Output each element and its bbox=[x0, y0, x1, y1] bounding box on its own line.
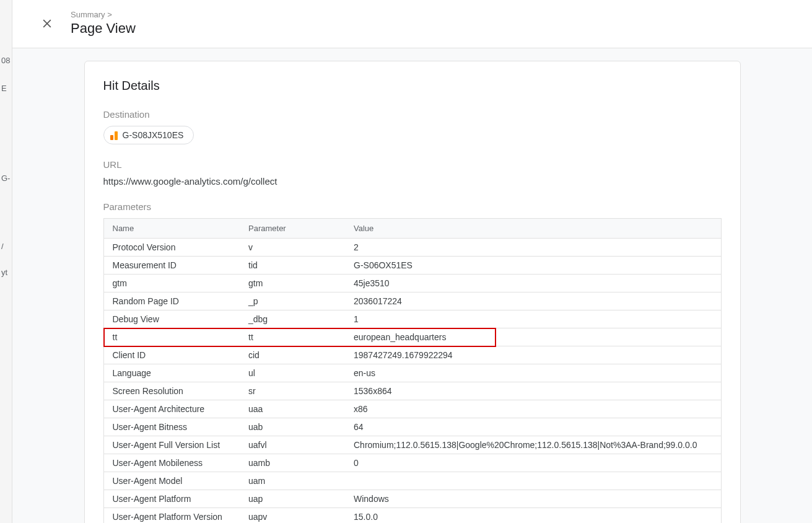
cell-value: x86 bbox=[345, 400, 721, 418]
cell-param: tt bbox=[240, 328, 345, 346]
cell-value bbox=[345, 472, 721, 490]
url-label: URL bbox=[103, 159, 722, 170]
cell-name: User-Agent Architecture bbox=[103, 400, 240, 418]
cell-value: 15.0.0 bbox=[345, 508, 721, 524]
parameters-table: Name Parameter Value Protocol Versionv2M… bbox=[103, 218, 722, 523]
cell-param: _p bbox=[240, 292, 345, 310]
cell-name: User-Agent Bitness bbox=[103, 418, 240, 436]
table-row: User-Agent Bitnessuab64 bbox=[103, 418, 721, 436]
background-panel: 08 E G- / yt bbox=[0, 0, 12, 523]
cell-name: User-Agent Platform Version bbox=[103, 508, 240, 524]
table-row: User-Agent PlatformuapWindows bbox=[103, 490, 721, 508]
cell-value: 45je3510 bbox=[345, 275, 721, 292]
cell-param: ul bbox=[240, 364, 345, 382]
table-row: User-Agent Full Version ListuafvlChromiu… bbox=[103, 436, 721, 454]
cell-value: Chromium;112.0.5615.138|Google%20Chrome;… bbox=[345, 436, 721, 454]
cell-param: _dbg bbox=[240, 310, 345, 328]
table-row: Measurement IDtidG-S06OX51ES bbox=[103, 257, 721, 275]
cell-param: uap bbox=[240, 490, 345, 508]
cell-name: Protocol Version bbox=[103, 239, 240, 257]
parameters-label: Parameters bbox=[103, 201, 722, 212]
cell-value: G-S06OX51ES bbox=[345, 257, 721, 275]
cell-param: tid bbox=[240, 257, 345, 275]
cell-value: 1 bbox=[345, 310, 721, 328]
cell-value: en-us bbox=[345, 364, 721, 382]
cell-name: Measurement ID bbox=[103, 257, 240, 275]
cell-name: Debug View bbox=[103, 310, 240, 328]
cell-name: User-Agent Platform bbox=[103, 490, 240, 508]
cell-param: uapv bbox=[240, 508, 345, 524]
table-row: Languageulen-us bbox=[103, 364, 721, 382]
breadcrumb[interactable]: Summary > bbox=[71, 10, 795, 19]
cell-name: User-Agent Mobileness bbox=[103, 454, 240, 472]
destination-chip[interactable]: G-S08JX510ES bbox=[103, 126, 194, 144]
table-row: User-Agent Platform Versionuapv15.0.0 bbox=[103, 508, 721, 524]
cell-name: Language bbox=[103, 364, 240, 382]
table-row: gtmgtm45je3510 bbox=[103, 275, 721, 292]
table-row: Protocol Versionv2 bbox=[103, 239, 721, 257]
parameters-block: Parameters Name Parameter Value Protocol… bbox=[103, 201, 722, 523]
cell-name: Screen Resolution bbox=[103, 382, 240, 400]
table-row: User-Agent Modeluam bbox=[103, 472, 721, 490]
th-param: Parameter bbox=[240, 219, 345, 239]
th-value: Value bbox=[345, 219, 721, 239]
card-title: Hit Details bbox=[103, 79, 722, 93]
panel-header: Summary > Page View bbox=[12, 0, 812, 48]
table-row: Debug View_dbg1 bbox=[103, 310, 721, 328]
url-block: URL https://www.google-analytics.com/g/c… bbox=[103, 159, 722, 187]
hit-details-card: Hit Details Destination G-S08JX510ES URL… bbox=[84, 61, 741, 523]
cell-param: cid bbox=[240, 346, 345, 364]
cell-value: 2036017224 bbox=[345, 292, 721, 310]
cell-name: Client ID bbox=[103, 346, 240, 364]
parameters-table-wrap: Name Parameter Value Protocol Versionv2M… bbox=[103, 218, 722, 523]
cell-name: User-Agent Model bbox=[103, 472, 240, 490]
cell-value: 1536x864 bbox=[345, 382, 721, 400]
destination-label: Destination bbox=[103, 109, 722, 120]
cell-param: uamb bbox=[240, 454, 345, 472]
cell-param: uab bbox=[240, 418, 345, 436]
table-row: Screen Resolutionsr1536x864 bbox=[103, 382, 721, 400]
side-panel: Summary > Page View Hit Details Destinat… bbox=[12, 0, 812, 523]
cell-name: User-Agent Full Version List bbox=[103, 436, 240, 454]
cell-name: gtm bbox=[103, 275, 240, 292]
destination-block: Destination G-S08JX510ES bbox=[103, 109, 722, 144]
table-row: tttteuropean_headquarters bbox=[103, 328, 721, 346]
cell-value: Windows bbox=[345, 490, 721, 508]
cell-param: sr bbox=[240, 382, 345, 400]
close-button[interactable] bbox=[38, 15, 56, 35]
cell-value: 1987427249.1679922294 bbox=[345, 346, 721, 364]
cell-param: uam bbox=[240, 472, 345, 490]
page-title: Page View bbox=[71, 20, 795, 37]
table-row: Random Page ID_p2036017224 bbox=[103, 292, 721, 310]
destination-value: G-S08JX510ES bbox=[123, 130, 184, 140]
cell-name: Random Page ID bbox=[103, 292, 240, 310]
table-row: User-Agent Mobilenessuamb0 bbox=[103, 454, 721, 472]
cell-param: gtm bbox=[240, 275, 345, 292]
cell-value: 64 bbox=[345, 418, 721, 436]
cell-value: 2 bbox=[345, 239, 721, 257]
cell-param: v bbox=[240, 239, 345, 257]
cell-name: tt bbox=[103, 328, 240, 346]
content-area: Hit Details Destination G-S08JX510ES URL… bbox=[12, 48, 812, 523]
analytics-icon bbox=[110, 130, 118, 140]
cell-param: uafvl bbox=[240, 436, 345, 454]
cell-param: uaa bbox=[240, 400, 345, 418]
th-name: Name bbox=[103, 219, 240, 239]
cell-value: european_headquarters bbox=[345, 328, 721, 346]
table-row: Client IDcid1987427249.1679922294 bbox=[103, 346, 721, 364]
url-value: https://www.google-analytics.com/g/colle… bbox=[103, 176, 722, 187]
cell-value: 0 bbox=[345, 454, 721, 472]
table-row: User-Agent Architectureuaax86 bbox=[103, 400, 721, 418]
